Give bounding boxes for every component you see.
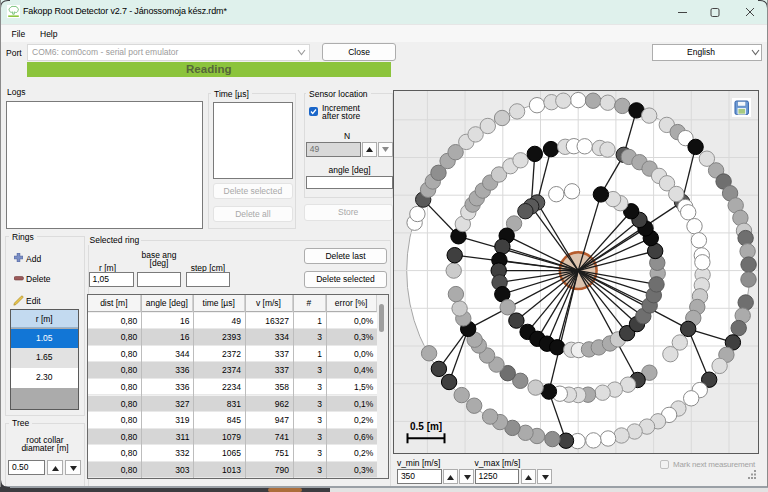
svg-text:0.5 [m]: 0.5 [m]: [410, 422, 442, 433]
